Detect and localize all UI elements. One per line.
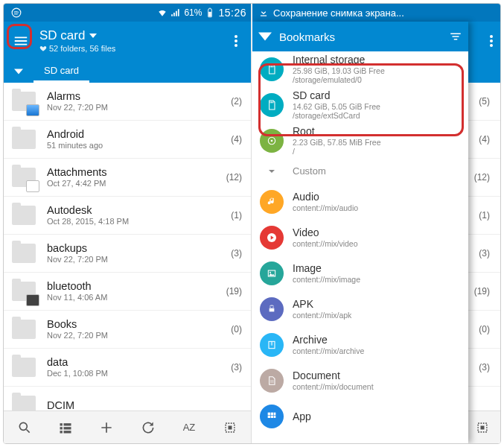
drawer-item[interactable]: SD card14.62 GiB, 5.05 GiB Free/storage/… bbox=[252, 87, 468, 123]
file-row[interactable]: BooksNov 22, 7:20 PM(0) bbox=[4, 311, 251, 349]
drawer-item-path: / bbox=[293, 147, 380, 156]
toolbar-subtitle: 52 folders, 56 files bbox=[49, 44, 115, 54]
menu-button[interactable] bbox=[10, 30, 32, 52]
overflow-button[interactable] bbox=[227, 35, 245, 47]
file-count: (19) bbox=[226, 286, 242, 297]
sort-label: AZ bbox=[183, 422, 196, 433]
drawer-item-name: Internal storage bbox=[293, 54, 385, 66]
svg-rect-28 bbox=[271, 413, 273, 415]
refresh-button[interactable] bbox=[127, 411, 168, 443]
drawer-header: Bookmarks bbox=[252, 22, 468, 51]
select-icon bbox=[223, 420, 237, 435]
svg-rect-18 bbox=[481, 425, 485, 429]
drawer-item-name: Image bbox=[293, 262, 360, 275]
select-button[interactable] bbox=[210, 411, 251, 443]
chevron-icon bbox=[260, 159, 284, 183]
dropdown-icon bbox=[89, 32, 97, 39]
plus-icon bbox=[99, 420, 114, 435]
drawer-item-name: Audio bbox=[293, 191, 358, 203]
drawer-item[interactable]: Archivecontent://mix/archive bbox=[252, 327, 468, 363]
title-block[interactable]: SD card 52 folders, 56 files bbox=[39, 28, 227, 54]
file-date: Nov 22, 7:20 PM bbox=[47, 255, 226, 265]
toolbar: SD card 52 folders, 56 files bbox=[4, 22, 251, 60]
battery-icon bbox=[205, 7, 215, 18]
file-count: (4) bbox=[231, 134, 242, 145]
folder-icon bbox=[11, 89, 36, 114]
svg-rect-11 bbox=[63, 431, 71, 433]
svg-rect-32 bbox=[274, 416, 276, 418]
folder-icon bbox=[11, 393, 36, 410]
sd-icon bbox=[260, 57, 284, 81]
file-name: Attachments bbox=[47, 165, 222, 179]
drawer-section-header: Custom bbox=[252, 159, 468, 184]
toolbar-title: SD card bbox=[39, 28, 85, 43]
tab-bar: SD card bbox=[4, 60, 251, 83]
tab-sdcard[interactable]: SD card bbox=[34, 60, 89, 83]
file-row[interactable]: dataDec 1, 10:08 PM(3) bbox=[4, 349, 251, 387]
sort-button[interactable]: AZ bbox=[168, 411, 209, 443]
drawer-item[interactable]: Internal storage25.98 GiB, 19.03 GiB Fre… bbox=[252, 51, 468, 87]
select-icon[interactable] bbox=[475, 420, 490, 435]
file-row[interactable]: Android51 minutes ago(4) bbox=[4, 121, 251, 159]
drawer-item[interactable]: Imagecontent://mix/image bbox=[252, 256, 468, 291]
chevron-down-icon[interactable] bbox=[258, 30, 272, 43]
archive-icon bbox=[260, 333, 284, 357]
more-icon bbox=[235, 35, 237, 47]
drawer-item-sub: 14.62 GiB, 5.05 GiB Free bbox=[293, 102, 380, 112]
status-bar-right: Сохранение снимка экрана... bbox=[252, 4, 500, 22]
apk-icon bbox=[260, 297, 284, 321]
file-row[interactable]: AutodeskOct 28, 2015, 4:18 PM(1) bbox=[4, 197, 251, 235]
file-date: Oct 28, 2015, 4:18 PM bbox=[47, 217, 226, 227]
view-button[interactable] bbox=[45, 411, 86, 443]
svg-point-25 bbox=[272, 307, 273, 308]
drawer-item[interactable]: Audiocontent://mix/audio bbox=[252, 184, 468, 220]
drawer-item[interactable]: APKcontent://mix/apk bbox=[252, 291, 468, 327]
folder-icon bbox=[11, 355, 36, 380]
drawer-item-name: App bbox=[293, 410, 311, 423]
heart-icon bbox=[39, 45, 47, 52]
file-name: backups bbox=[47, 241, 226, 255]
search-button[interactable] bbox=[4, 411, 45, 443]
drawer-item-name: Video bbox=[293, 226, 358, 239]
drawer-item-sub: content://mix/archive bbox=[293, 346, 364, 356]
signal-icon bbox=[170, 7, 181, 18]
file-name: Android bbox=[47, 127, 226, 141]
drawer-item[interactable]: Root2.23 GiB, 57.85 MiB Free/ bbox=[252, 123, 468, 159]
tabs-dropdown[interactable] bbox=[4, 67, 34, 76]
battery-percent: 61% bbox=[184, 7, 202, 18]
svg-point-5 bbox=[19, 422, 27, 430]
svg-point-23 bbox=[269, 272, 271, 273]
drawer-item-name: APK bbox=[293, 298, 351, 311]
download-icon bbox=[258, 7, 269, 18]
wifi-icon bbox=[157, 7, 168, 18]
file-count: (2) bbox=[231, 96, 242, 107]
right-phone: Сохранение снимка экрана... (5)(4)(12)(1… bbox=[252, 4, 500, 443]
drawer-item-name: Custom bbox=[293, 165, 326, 177]
filter-icon[interactable] bbox=[449, 30, 462, 43]
file-row[interactable]: AlarmsNov 22, 7:20 PM(2) bbox=[4, 83, 251, 121]
file-name: Books bbox=[47, 317, 226, 331]
svg-rect-8 bbox=[60, 427, 62, 429]
status-text: Сохранение снимка экрана... bbox=[273, 7, 404, 19]
drawer-title: Bookmarks bbox=[279, 31, 335, 43]
file-row[interactable]: DCIM bbox=[4, 387, 251, 410]
svg-point-4 bbox=[235, 44, 237, 47]
drawer-item-name: SD card bbox=[293, 89, 380, 102]
svg-point-14 bbox=[490, 35, 493, 38]
file-list[interactable]: AlarmsNov 22, 7:20 PM(2)Android51 minute… bbox=[4, 83, 251, 410]
svg-rect-6 bbox=[60, 423, 62, 425]
svg-rect-31 bbox=[271, 416, 273, 418]
more-icon[interactable] bbox=[490, 35, 493, 47]
drawer-item[interactable]: App bbox=[252, 399, 468, 434]
file-row[interactable]: bluetoothNov 11, 4:06 AM(19) bbox=[4, 273, 251, 311]
file-row[interactable]: backupsNov 22, 7:20 PM(3) bbox=[4, 235, 251, 273]
svg-rect-1 bbox=[209, 12, 212, 16]
svg-rect-27 bbox=[268, 413, 270, 415]
svg-point-20 bbox=[271, 140, 273, 142]
list-icon bbox=[58, 420, 73, 435]
file-row[interactable]: AttachmentsOct 27, 4:42 PM(12) bbox=[4, 159, 251, 197]
drawer-item[interactable]: Documentcontent://mix/document bbox=[252, 363, 468, 399]
drawer-item[interactable]: Videocontent://mix/video bbox=[252, 220, 468, 256]
add-button[interactable] bbox=[86, 411, 127, 443]
folder-icon bbox=[11, 127, 36, 152]
